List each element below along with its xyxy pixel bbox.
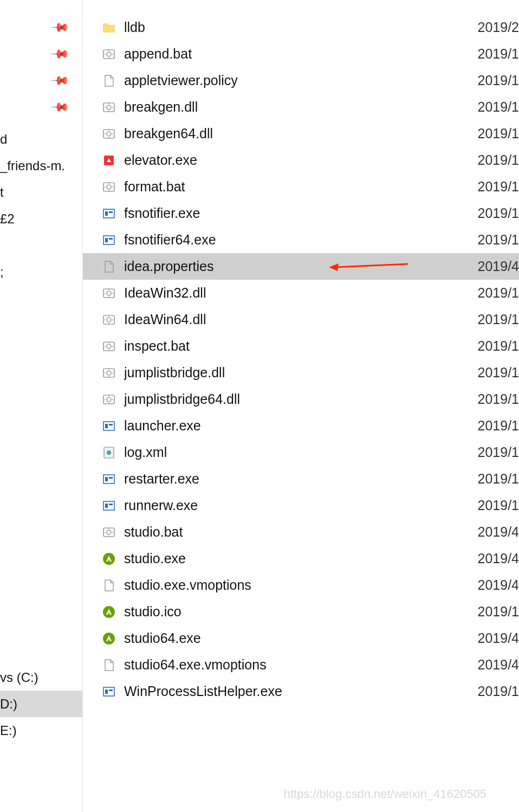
exe-icon [101, 498, 116, 513]
gear-icon [101, 126, 116, 141]
file-date: 2019/1 [470, 126, 519, 141]
file-row[interactable]: breakgen64.dll2019/1 [83, 120, 519, 147]
drive-item[interactable]: vs (C:) [0, 664, 82, 691]
file-row[interactable]: runnerw.exe2019/1 [83, 492, 519, 519]
file-name: append.bat [124, 46, 470, 62]
file-name: idea.properties [124, 259, 470, 274]
gear-icon [101, 286, 116, 301]
file-row[interactable]: launcher.exe2019/1 [83, 413, 519, 439]
file-row[interactable]: breakgen.dll2019/1 [83, 94, 519, 120]
file-name: studio.exe [124, 551, 470, 566]
file-name: studio64.exe [124, 630, 470, 646]
file-name: jumplistbridge.dll [124, 365, 470, 381]
svg-point-33 [107, 450, 111, 455]
gear-icon [101, 525, 116, 540]
file-date: 2019/4 [470, 259, 519, 274]
file-row[interactable]: format.bat2019/1 [83, 173, 519, 200]
svg-rect-46 [105, 689, 108, 694]
file-date: 2019/4 [470, 630, 519, 646]
file-name: IdeaWin32.dll [124, 285, 470, 301]
gear-icon [101, 100, 116, 115]
file-date: 2019/1 [470, 152, 519, 168]
svg-rect-35 [105, 477, 108, 481]
file-row[interactable]: studio64.exe2019/4 [83, 625, 519, 652]
file-row[interactable]: studio.exe.vmoptions2019/4 [83, 572, 519, 598]
pinned-item[interactable]: 📌 [0, 94, 82, 120]
file-date: 2019/4 [470, 657, 519, 673]
file-row[interactable]: fsnotifier64.exe2019/1 [83, 227, 519, 253]
file-row[interactable]: jumplistbridge.dll2019/1 [83, 359, 519, 386]
file-row[interactable]: fsnotifier.exe2019/1 [83, 200, 519, 227]
file-row[interactable]: IdeaWin64.dll2019/1 [83, 306, 519, 333]
file-row[interactable]: appletviewer.policy2019/1 [83, 67, 519, 94]
file-date: 2019/1 [470, 99, 519, 115]
doc-icon [101, 73, 116, 88]
gear-icon [101, 392, 116, 407]
exe-icon [101, 472, 116, 487]
sidebar-nav: 📌📌📌📌 d_friends-m.t£2; vs (C:)D:)E:) [0, 0, 83, 812]
file-date: 2019/4 [470, 577, 519, 593]
studio-icon [101, 551, 116, 566]
svg-point-22 [107, 318, 111, 322]
file-row[interactable]: IdeaWin32.dll2019/1 [83, 280, 519, 306]
file-name: format.bat [124, 179, 470, 195]
sidebar-item[interactable]: _friends-m. [0, 152, 82, 179]
file-row[interactable]: studio.ico2019/1 [83, 598, 519, 625]
pinned-item[interactable]: 📌 [0, 14, 82, 41]
file-name: inspect.bat [124, 338, 470, 354]
exe-icon [101, 206, 116, 221]
file-date: 2019/1 [470, 179, 519, 195]
pin-icon: 📌 [50, 70, 70, 91]
sidebar-item[interactable]: d [0, 126, 82, 152]
file-name: launcher.exe [124, 418, 470, 434]
svg-point-26 [107, 371, 111, 375]
drive-item[interactable]: E:) [0, 717, 82, 744]
svg-point-41 [107, 530, 111, 534]
file-date: 2019/4 [470, 551, 519, 566]
file-row[interactable]: jumplistbridge64.dll2019/1 [83, 386, 519, 413]
file-name: fsnotifier64.exe [124, 232, 470, 248]
file-date: 2019/2 [470, 20, 519, 35]
file-date: 2019/1 [470, 365, 519, 381]
file-date: 2019/1 [470, 73, 519, 88]
sidebar-item[interactable]: t [0, 179, 82, 205]
file-name: runnerw.exe [124, 498, 470, 513]
sidebar-item[interactable]: ; [0, 259, 82, 285]
file-date: 2019/4 [470, 524, 519, 540]
svg-point-24 [107, 344, 111, 349]
svg-point-20 [107, 291, 111, 295]
file-name: restarter.exe [124, 471, 470, 487]
sidebar-item[interactable]: £2 [0, 205, 82, 232]
doc-icon [101, 578, 116, 593]
svg-rect-16 [109, 238, 113, 240]
drive-item[interactable]: D:) [0, 691, 82, 717]
file-row[interactable]: append.bat2019/1 [83, 41, 519, 67]
file-name: studio.bat [124, 524, 470, 540]
svg-point-7 [107, 132, 111, 136]
file-row[interactable]: inspect.bat2019/1 [83, 333, 519, 359]
file-name: fsnotifier.exe [124, 205, 470, 221]
file-row[interactable]: studio.exe2019/4 [83, 545, 519, 572]
pinned-item[interactable]: 📌 [0, 67, 82, 94]
file-row[interactable]: studio.bat2019/4 [83, 519, 519, 545]
svg-rect-1 [103, 23, 108, 26]
file-row[interactable]: log.xml2019/1 [83, 439, 519, 466]
file-row[interactable]: elevator.exe2019/1 [83, 147, 519, 173]
file-row[interactable]: WinProcessListHelper.exe2019/1 [83, 678, 519, 705]
file-row[interactable]: lldb2019/2 [83, 14, 519, 41]
doc-icon [101, 259, 116, 274]
svg-rect-31 [109, 424, 113, 426]
sidebar-item[interactable] [0, 232, 82, 259]
file-row[interactable]: studio64.exe.vmoptions2019/4 [83, 652, 519, 678]
exe-icon [101, 233, 116, 248]
file-name: studio64.exe.vmoptions [124, 657, 470, 673]
svg-point-3 [107, 52, 111, 56]
file-row[interactable]: restarter.exe2019/1 [83, 466, 519, 492]
pinned-item[interactable]: 📌 [0, 41, 82, 67]
studio-icon [101, 631, 116, 646]
gear-icon [101, 312, 116, 327]
file-date: 2019/1 [470, 285, 519, 301]
svg-rect-15 [105, 238, 108, 242]
file-name: studio.exe.vmoptions [124, 577, 470, 593]
file-row[interactable]: idea.properties2019/4 [83, 253, 519, 280]
